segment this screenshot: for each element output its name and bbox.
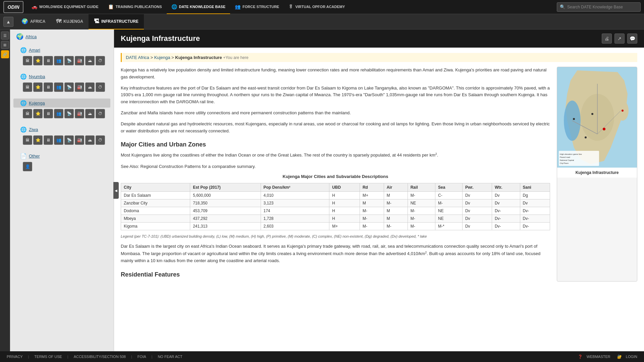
ziwa-icon-6[interactable]: 🏭 xyxy=(75,135,84,145)
table-row: Zanzibar City 718,350 3,123 H M M- NE M-… xyxy=(121,199,550,207)
link-btn[interactable]: 🔗 xyxy=(1,50,9,58)
ziwa-icon-7[interactable]: ⛰ xyxy=(85,135,95,145)
search-container: 🔍 xyxy=(557,2,641,12)
amari-icon-6[interactable]: 🏭 xyxy=(75,56,84,65)
nav-opfor[interactable]: 🎖 VIRTUAL OPFOR ACADEMY xyxy=(284,0,350,14)
footer-right: ❓ WEBMASTER 🔐 LOGIN xyxy=(578,355,637,359)
ziwa-icon-5[interactable]: 📡 xyxy=(64,135,74,145)
amari-icon-1[interactable]: 🏛 xyxy=(23,56,32,65)
sidebar-collapse-arrow[interactable]: ◀ xyxy=(113,182,119,199)
sidebar-item-africa[interactable]: 🌍 Africa xyxy=(13,32,110,42)
nyumba-icon-8[interactable]: ⏱ xyxy=(96,82,105,92)
amari-icon-7[interactable]: ⛰ xyxy=(85,56,95,65)
nyumba-icon-6[interactable]: 🏭 xyxy=(75,82,84,92)
table-row: Kigoma 241,313 2,603 M+ M- M- M- M-* Dv xyxy=(121,223,550,230)
sidebar-nyumba-label[interactable]: Nyumba xyxy=(29,74,45,79)
footer-foia[interactable]: FOIA xyxy=(138,355,146,359)
svg-text:High elevation game line: High elevation game line xyxy=(560,153,582,155)
footer-privacy[interactable]: PRIVACY xyxy=(7,355,22,359)
sidebar-item-nyumba[interactable]: 🌐 Nyumba xyxy=(13,72,110,81)
nyumba-icon-2[interactable]: ⭐ xyxy=(33,82,43,92)
kujenga-icon-3[interactable]: 🖥 xyxy=(44,109,53,118)
nav-weg[interactable]: 🚗 WORLDWIDE EQUIPMENT GUIDE xyxy=(27,0,103,14)
footer-login[interactable]: LOGIN xyxy=(626,355,637,359)
nav-fs[interactable]: 👥 FORCE STRUCTURE xyxy=(230,0,284,14)
print-button[interactable]: 🖨 xyxy=(602,34,612,44)
amari-icon-5[interactable]: 📡 xyxy=(64,56,74,65)
bc-link-africa[interactable]: DATE Africa xyxy=(126,55,149,60)
footer-webmaster[interactable]: WEBMASTER xyxy=(587,355,610,359)
sidebar-kujenga-label[interactable]: Kujenga xyxy=(29,101,45,106)
sani-5: Dv- xyxy=(520,223,550,230)
ziwa-icon-4[interactable]: 👥 xyxy=(54,135,63,145)
kujenga-icon-4[interactable]: 👥 xyxy=(54,109,63,118)
share-button[interactable]: ↗ xyxy=(614,34,625,44)
amari-icon-3[interactable]: 🖥 xyxy=(44,56,53,65)
bc-link-kujenga[interactable]: Kujenga xyxy=(154,55,170,60)
kujenga-icon-8[interactable]: ⏱ xyxy=(96,109,105,118)
opfor-icon: 🎖 xyxy=(288,4,293,9)
wtr-5: Dv- xyxy=(492,223,520,230)
comment-button[interactable]: 💬 xyxy=(627,34,637,44)
sidebar-item-amari[interactable]: 🌐 Amari xyxy=(13,46,110,55)
bc-tab-africa[interactable]: 🌍 AFRICA xyxy=(16,14,51,29)
amari-icon-8[interactable]: ⏱ xyxy=(96,56,105,65)
residential-heading: Residential Features xyxy=(121,271,550,278)
sidebar-amari-label[interactable]: Amari xyxy=(29,48,40,53)
other-icon-1[interactable]: 👤 xyxy=(23,162,32,171)
sea-3: NE xyxy=(435,207,463,215)
see-also-text: See Also: Regional Construction Patterns… xyxy=(121,164,256,169)
footer-terms[interactable]: TERMS OF USE xyxy=(34,355,62,359)
amari-icon-2[interactable]: ⭐ xyxy=(33,56,43,65)
kujenga-icon-6[interactable]: 🏭 xyxy=(75,109,84,118)
left-toolbar: ☰ ⊞ 🔗 xyxy=(0,29,10,351)
kujenga-icon-1[interactable]: 🏛 xyxy=(23,109,32,118)
th-pop: Est Pop (2017) xyxy=(190,183,261,192)
rail-2: NE xyxy=(408,199,435,207)
kujenga-icon-2[interactable]: ⭐ xyxy=(33,109,43,118)
nyumba-icon-7[interactable]: ⛰ xyxy=(85,82,95,92)
ziwa-icon-8[interactable]: ⏱ xyxy=(96,135,105,145)
sidebar-item-ziwa[interactable]: 🌐 Ziwa xyxy=(13,125,110,134)
search-input[interactable] xyxy=(567,5,638,9)
ziwa-icon-3[interactable]: 🖥 xyxy=(44,135,53,145)
sidebar-africa-label[interactable]: Africa xyxy=(25,34,37,39)
ziwa-icons-row: 🏛 ⭐ 🖥 👥 📡 🏭 ⛰ ⏱ xyxy=(13,134,110,147)
ziwa-icon-1[interactable]: 🏛 xyxy=(23,135,32,145)
nyumba-icon-3[interactable]: 🖥 xyxy=(44,82,53,92)
ziwa-icon-2[interactable]: ⭐ xyxy=(33,135,43,145)
amari-icon-4[interactable]: 👥 xyxy=(54,56,63,65)
sidebar-section-nyumba: 🌐 Nyumba 🏛 ⭐ 🖥 👥 📡 🏭 ⛰ ⏱ xyxy=(10,70,114,97)
nyumba-icon-4[interactable]: 👥 xyxy=(54,82,63,92)
grid-view-btn[interactable]: ⊞ xyxy=(1,41,9,49)
th-rail: Rail xyxy=(408,183,435,192)
rd-1: M+ xyxy=(360,192,384,199)
sidebar-ziwa-label[interactable]: Ziwa xyxy=(29,127,38,132)
content-area: DATE Africa > Kujenga > Kujenga Infrastr… xyxy=(114,48,644,287)
nyumba-icon-1[interactable]: 🏛 xyxy=(23,82,32,92)
bc-tab-infrastructure[interactable]: 🏗 INFRASTRUCTURE xyxy=(89,14,144,29)
nav-tp[interactable]: 📋 TRAINING PUBLICATIONS xyxy=(103,0,167,14)
nav-date[interactable]: 🌐 DATE KNOWLEDGE BASE xyxy=(167,0,230,14)
sidebar-item-other[interactable]: 📄 Other xyxy=(13,152,110,161)
list-view-btn[interactable]: ☰ xyxy=(1,32,9,40)
th-density: Pop Dens/km² xyxy=(261,183,329,192)
kujenga-icon-7[interactable]: ⛰ xyxy=(85,109,95,118)
sidebar-item-kujenga[interactable]: 🌐 Kujenga xyxy=(13,99,110,108)
footer-sep-4: | xyxy=(152,355,153,359)
footer-accessibility[interactable]: ACCESSIBILITY/SECTION 508 xyxy=(74,355,126,359)
nyumba-icon-5[interactable]: 📡 xyxy=(64,82,74,92)
city-3: Dodoma xyxy=(121,207,190,215)
density-3: 174 xyxy=(261,207,329,215)
table-row: Mbeya 437,292 1,728 H M- M M- NE Dv Dv xyxy=(121,215,550,223)
up-button[interactable]: ▲ xyxy=(3,17,13,27)
th-sea: Sea xyxy=(435,183,463,192)
air-5: M- xyxy=(384,223,408,230)
bc-you-here: +You are here xyxy=(223,55,248,60)
kujenga-icon-5[interactable]: 📡 xyxy=(64,109,74,118)
footer-nfa[interactable]: NO FEAR ACT xyxy=(158,355,182,359)
sidebar-other-label[interactable]: Other xyxy=(29,154,40,159)
app-logo[interactable]: ODIN xyxy=(3,1,23,13)
bc-tab-kujenga[interactable]: 🗺 KUJENGA xyxy=(51,14,89,29)
rd-3: M- xyxy=(360,207,384,215)
